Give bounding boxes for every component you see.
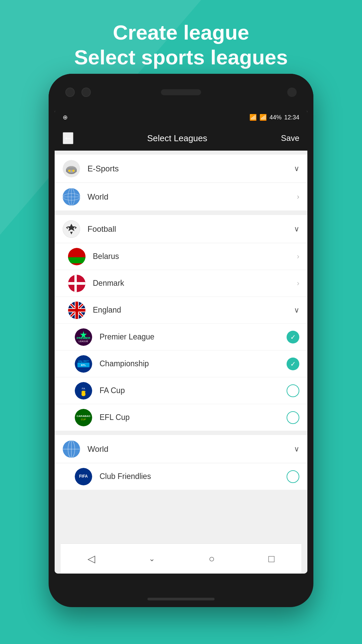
esports-icon: [63, 160, 80, 177]
denmark-chevron: ›: [297, 279, 299, 288]
bottom-nav-bar: ◁ ⌄ ○ □: [61, 543, 301, 574]
svg-text:CARABAO: CARABAO: [77, 415, 90, 418]
football-icon: [63, 220, 80, 238]
world-bottom-label: World: [87, 444, 294, 454]
camera-left: [65, 88, 75, 97]
championship-icon: sky BET EFL: [75, 355, 92, 373]
svg-rect-4: [67, 167, 75, 170]
category-esports[interactable]: E-Sports ∨: [55, 155, 307, 183]
phone-bottom-indicator: [147, 598, 215, 600]
sub-item-premier-league[interactable]: PREMIER LEAGUE Premier League ✓: [55, 324, 307, 351]
svg-rect-28: [68, 282, 85, 285]
gap-football-top: [55, 211, 307, 215]
signal-icon: 📶: [259, 114, 267, 121]
front-camera: [287, 88, 297, 97]
sub-item-denmark[interactable]: Denmark ›: [55, 270, 307, 297]
football-label: Football: [87, 224, 294, 234]
sub-item-belarus[interactable]: Belarus ›: [55, 243, 307, 270]
svg-text:FIFA: FIFA: [79, 474, 88, 479]
efl-cup-icon: CARABAO CUP: [75, 409, 92, 426]
england-label: England: [93, 306, 294, 315]
camera-right: [81, 88, 91, 97]
page-header: Create league Select sports leagues: [0, 20, 362, 70]
save-button[interactable]: Save: [281, 133, 299, 143]
club-friendlies-label: Club Friendlies: [100, 472, 287, 481]
battery-text: 44%: [269, 114, 282, 121]
svg-rect-38: [68, 309, 85, 312]
fa-cup-circle[interactable]: [287, 384, 299, 397]
denmark-flag-icon: [68, 275, 85, 292]
svg-point-5: [68, 170, 70, 172]
sub-item-efl-cup[interactable]: CARABAO CUP EFL Cup: [55, 404, 307, 431]
england-flag-icon: [68, 302, 85, 319]
header-line2: Select sports leagues: [74, 46, 288, 69]
status-icon: ⊕: [63, 114, 68, 121]
premier-league-icon: PREMIER LEAGUE: [75, 328, 92, 346]
sub-item-fa-cup[interactable]: FA CUP FA Cup: [55, 377, 307, 404]
bottom-padding: [55, 490, 307, 497]
premier-league-label: Premier League: [100, 332, 287, 341]
nav-recent-btn[interactable]: ⌄: [145, 551, 158, 567]
club-friendlies-icon: FIFA: [75, 468, 92, 485]
denmark-label: Denmark: [93, 279, 297, 288]
esports-label: E-Sports: [87, 164, 294, 173]
clock: 12:34: [284, 114, 299, 121]
world-top-chevron: ›: [297, 193, 299, 201]
status-right: 📶 📶 44% 12:34: [249, 114, 299, 121]
svg-text:CUP: CUP: [81, 418, 86, 421]
phone-screen: ⊕ 📶 📶 44% 12:34 ← Select Leagues Save: [55, 109, 307, 574]
belarus-label: Belarus: [93, 252, 297, 261]
category-football[interactable]: Football ∨: [55, 215, 307, 243]
phone-device: ⊕ 📶 📶 44% 12:34 ← Select Leagues Save: [49, 74, 313, 607]
world-bottom-icon: [63, 440, 80, 458]
app-bar: ← Select Leagues Save: [55, 126, 307, 151]
app-bar-title: Select Leagues: [147, 133, 207, 144]
svg-text:FA: FA: [82, 387, 85, 390]
svg-text:LEAGUE: LEAGUE: [79, 340, 88, 342]
svg-rect-23: [68, 257, 85, 258]
gap-top: [55, 151, 307, 155]
efl-cup-circle[interactable]: [287, 411, 299, 424]
england-chevron: ∨: [294, 306, 299, 315]
premier-league-check[interactable]: ✓: [287, 331, 299, 343]
sub-item-championship[interactable]: sky BET EFL Championship ✓: [55, 351, 307, 377]
nav-home-btn[interactable]: ○: [205, 550, 218, 568]
category-world-top[interactable]: World ›: [55, 183, 307, 211]
phone-speaker: [161, 89, 201, 95]
gap-world-bottom: [55, 431, 307, 435]
fa-cup-label: FA Cup: [100, 386, 287, 395]
header-line1: Create league: [113, 21, 249, 44]
svg-text:PREMIER: PREMIER: [76, 336, 90, 340]
efl-cup-label: EFL Cup: [100, 413, 287, 422]
nav-apps-btn[interactable]: □: [265, 550, 278, 568]
league-list: E-Sports ∨ World ›: [55, 151, 307, 574]
sub-item-england[interactable]: England ∨: [55, 297, 307, 324]
category-world-bottom[interactable]: World ∨: [55, 435, 307, 463]
esports-chevron: ∨: [294, 164, 299, 173]
belarus-flag-icon: [68, 248, 85, 265]
svg-point-6: [72, 170, 74, 172]
sub-item-club-friendlies[interactable]: FIFA Club Friendlies: [55, 463, 307, 490]
svg-rect-21: [68, 258, 85, 263]
status-bar: ⊕ 📶 📶 44% 12:34: [55, 109, 307, 126]
back-button[interactable]: ←: [63, 132, 73, 144]
svg-rect-7: [66, 169, 68, 172]
championship-check[interactable]: ✓: [287, 358, 299, 370]
belarus-chevron: ›: [297, 252, 299, 261]
wifi-icon: 📶: [249, 114, 257, 121]
world-top-label: World: [87, 192, 297, 202]
svg-point-50: [75, 409, 92, 426]
football-chevron: ∨: [294, 225, 299, 233]
fa-cup-icon: FA CUP: [75, 382, 92, 399]
svg-rect-22: [68, 251, 85, 258]
svg-text:sky BET: sky BET: [78, 360, 89, 363]
svg-text:EFL: EFL: [81, 364, 86, 367]
svg-rect-8: [75, 169, 77, 172]
world-top-icon: [63, 188, 80, 206]
club-friendlies-circle[interactable]: [287, 470, 299, 483]
phone-top-hardware: [49, 74, 313, 111]
championship-label: Championship: [100, 359, 287, 368]
nav-back-btn[interactable]: ◁: [84, 549, 99, 568]
world-bottom-chevron: ∨: [294, 445, 299, 453]
